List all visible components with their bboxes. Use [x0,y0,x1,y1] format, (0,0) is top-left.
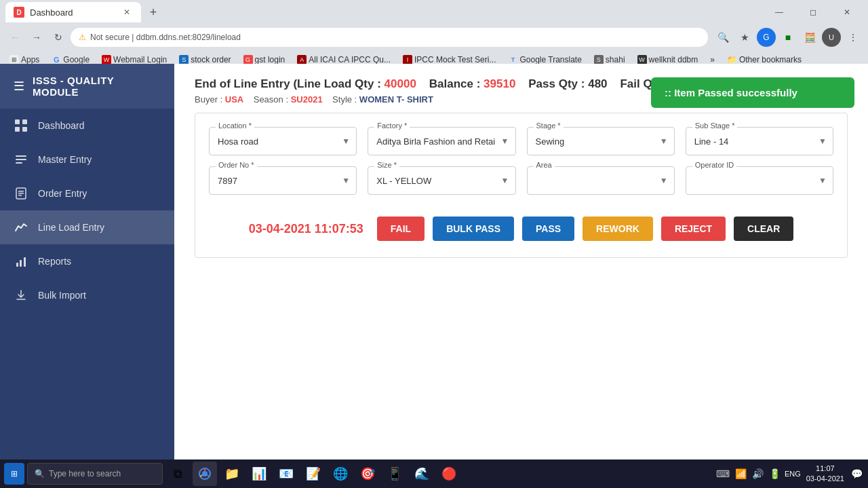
user-avatar[interactable]: U [822,28,841,47]
stage-select[interactable]: Sewing [527,127,675,155]
bookmark-wellknit-label: wellknit ddbm [649,55,698,64]
address-bar[interactable]: ⚠ Not secure | ddbm.ddns.net:8029/linelo… [71,28,708,47]
hamburger-icon[interactable]: ☰ [14,79,24,94]
notification-icon[interactable]: 💬 [850,467,864,481]
stage-group: Stage * Sewing ▼ [527,127,675,155]
sidebar-item-dashboard-label: Dashboard [38,120,85,131]
bookmark-ipcc-label: IPCC Mock Test Seri... [414,55,496,64]
sidebar-item-order-label: Order Entry [38,188,87,199]
bulk-pass-button[interactable]: BULK PASS [433,217,514,241]
folder-icon: 📁 [727,55,737,64]
bookmark-star-icon[interactable]: ★ [735,28,754,47]
taskbar-app9[interactable]: 🔴 [437,462,461,486]
taskbar-lang: ENG [785,470,801,478]
area-select[interactable] [527,166,675,195]
taskbar-files[interactable]: 📁 [220,462,244,486]
clear-button[interactable]: CLEAR [734,217,793,241]
reject-button[interactable]: REJECT [661,217,726,241]
app-title: ISSS - QUALITY MODULE [33,75,161,98]
profile-icon[interactable]: G [757,28,776,47]
operator-id-select[interactable] [686,166,833,195]
sidebar-item-dashboard[interactable]: Dashboard [0,109,174,143]
style-value: WOMEN T- SHIRT [359,94,433,105]
tab-close-button[interactable]: ✕ [121,6,133,18]
title-prefix: End of Line Entry (Line Load Qty : [195,77,381,90]
svg-rect-5 [16,159,26,160]
svg-rect-4 [16,155,26,157]
sidebar-item-order-entry[interactable]: Order Entry [0,176,174,210]
sidebar-item-reports[interactable]: Reports [0,244,174,278]
search-icon[interactable]: 🔍 [713,28,732,47]
svg-line-17 [208,475,210,476]
apps-bm-icon: ⊞ [9,55,19,64]
reload-button[interactable]: ↻ [49,28,68,47]
form-row-1: Location * Hosa road ▼ Factory * Aditya … [209,127,833,155]
svg-rect-9 [18,193,24,194]
taskbar: ⊞ 🔍 Type here to search ⧉ 📁 📊 📧 📝 🌐 🎯 📱 … [0,459,868,488]
taskbar-search[interactable]: 🔍 Type here to search [27,463,163,485]
forward-button[interactable]: → [27,28,46,47]
svg-rect-6 [16,162,22,164]
maximize-button[interactable]: ◻ [797,2,829,22]
taskbar-app8[interactable]: 📱 [382,462,407,486]
size-select[interactable]: XL - YELLOW [368,166,515,195]
taskbar-edge[interactable]: 🌊 [410,462,434,486]
extensions-button[interactable]: 🧮 [800,28,819,47]
svg-rect-12 [20,260,22,267]
sidebar-header: ☰ ISSS - QUALITY MODULE [0,64,174,109]
wellknit-bm-icon: W [637,55,647,64]
pass-button[interactable]: PASS [522,217,574,241]
season-label: Season : [254,94,288,105]
factory-select[interactable]: Aditya Birla Fashion and Retail Li... [368,127,515,155]
taskbar-word[interactable]: 📝 [301,462,326,486]
area-label: Area [534,161,555,169]
action-row: 03-04-2021 11:07:53 FAIL BULK PASS PASS … [209,206,833,244]
sidebar-item-master-entry[interactable]: Master Entry [0,143,174,176]
rework-button[interactable]: REWORK [583,217,653,241]
search-placeholder: Type here to search [49,469,121,478]
extension-icon[interactable]: ■ [778,28,797,47]
sidebar-item-master-label: Master Entry [38,154,92,165]
new-tab-button[interactable]: + [144,3,163,22]
order-entry-icon [14,186,28,201]
svg-rect-13 [24,257,26,267]
svg-rect-10 [18,195,22,196]
windows-icon: ⊞ [11,469,18,478]
taskbar-ie[interactable]: 🌐 [328,462,353,486]
start-button[interactable]: ⊞ [4,463,24,485]
order-no-select[interactable]: 7897 [209,166,357,195]
bookmark-icai-label: All ICAI CA IPCC Qu... [309,55,391,64]
taskbar-excel[interactable]: 📊 [247,462,271,486]
gst-bm-icon: G [243,55,253,64]
minimize-button[interactable]: — [764,2,795,22]
success-toast: :: Item Passed successfully [651,77,854,108]
taskbar-task-view[interactable]: ⧉ [165,462,190,486]
size-group: Size * XL - YELLOW ▼ [368,166,515,195]
taskbar-mail[interactable]: 📧 [274,462,298,486]
area-group: Area ▼ [527,166,675,195]
svg-rect-8 [18,191,24,192]
shahi-bm-icon: S [594,55,604,64]
line-load-icon [14,220,28,235]
buyer-label: Buyer : [195,94,222,105]
sidebar-item-lineload-label: Line Load Entry [38,222,104,233]
search-taskbar-icon: 🔍 [35,469,45,478]
taskbar-chrome[interactable] [193,462,217,486]
bookmark-gst-label: gst login [255,55,285,64]
browser-tab[interactable]: D Dashboard ✕ [5,2,141,22]
back-button[interactable]: ← [5,28,24,47]
sidebar-item-bulk-label: Bulk Import [38,290,86,301]
buyer-value: USA [225,94,243,105]
location-select[interactable]: Hosa road [209,127,357,155]
close-button[interactable]: ✕ [831,2,863,22]
sidebar-item-line-load[interactable]: Line Load Entry [0,210,174,244]
main-content: :: Item Passed successfully End of Line … [174,64,868,488]
google-bm-icon: G [52,55,61,64]
sidebar-item-bulk-import[interactable]: Bulk Import [0,278,174,312]
sub-stage-select[interactable]: Line - 14 [686,127,833,155]
fail-button[interactable]: FAIL [377,217,425,241]
operator-id-group: Operator ID ▼ [686,166,833,195]
taskbar-app7[interactable]: 🎯 [355,462,380,486]
svg-rect-1 [22,119,27,124]
menu-button[interactable]: ⋮ [844,28,863,47]
